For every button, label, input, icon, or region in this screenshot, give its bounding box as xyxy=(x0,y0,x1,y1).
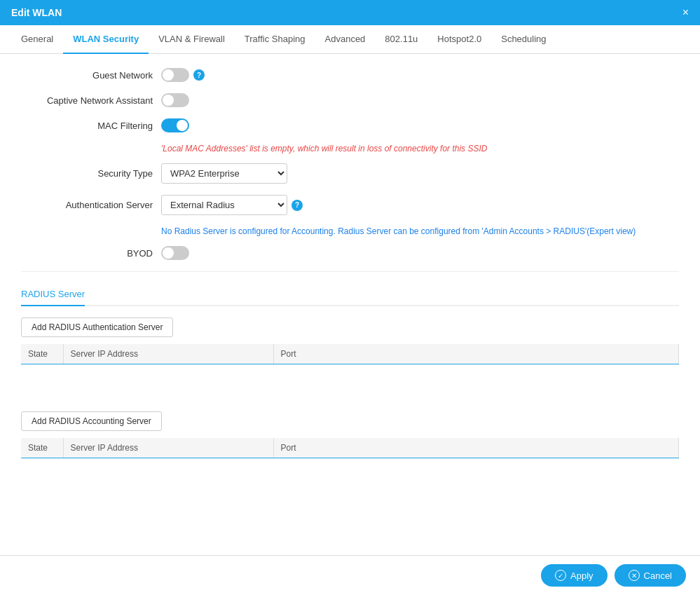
tab-bar: General WLAN Security VLAN & Firewall Tr… xyxy=(0,25,700,54)
mac-filtering-toggle[interactable] xyxy=(161,118,189,132)
guest-network-label: Guest Network xyxy=(21,70,161,81)
acct-table-state-header: State xyxy=(21,438,63,458)
captive-network-toggle[interactable] xyxy=(161,93,189,107)
add-acct-server-button[interactable]: Add RADIUS Accounting Server xyxy=(21,411,162,431)
close-button[interactable]: × xyxy=(682,7,689,18)
auth-table-state-header: State xyxy=(21,344,63,364)
tab-vlan-firewall[interactable]: VLAN & Firewall xyxy=(149,25,235,54)
radius-server-tab[interactable]: RADIUS Server xyxy=(21,283,85,306)
security-type-row: Security Type WPA2 Enterprise WPA2 Perso… xyxy=(21,163,679,184)
byod-label: BYOD xyxy=(21,248,161,259)
auth-server-select[interactable]: External Radius Internal Radius xyxy=(161,195,287,215)
auth-table-ip-header: Server IP Address xyxy=(63,344,273,364)
modal-title: Edit WLAN xyxy=(11,7,62,18)
tab-wlan-security[interactable]: WLAN Security xyxy=(63,25,149,54)
modal-footer: ✓ Apply ✕ Cancel xyxy=(0,555,700,595)
acct-server-table-area: State Server IP Address Port xyxy=(21,438,679,494)
cancel-button[interactable]: ✕ Cancel xyxy=(615,564,686,587)
byod-toggle[interactable] xyxy=(161,246,189,260)
auth-server-label: Authentication Server xyxy=(21,200,161,210)
radius-info-text: No Radius Server is configured for Accou… xyxy=(161,226,679,236)
modal-body: Guest Network ? Captive Network Assistan… xyxy=(0,54,700,555)
tab-hotspot2[interactable]: Hotspot2.0 xyxy=(427,25,491,54)
auth-server-help-icon[interactable]: ? xyxy=(291,200,303,211)
auth-server-table-area: State Server IP Address Port xyxy=(21,344,679,400)
mac-filtering-label: MAC Filtering xyxy=(21,121,161,131)
security-type-select[interactable]: WPA2 Enterprise WPA2 Personal Open WPA3 … xyxy=(161,163,287,184)
divider xyxy=(21,271,679,272)
apply-label: Apply xyxy=(570,570,593,581)
tab-traffic-shaping[interactable]: Traffic Shaping xyxy=(235,25,315,54)
guest-network-row: Guest Network ? xyxy=(21,68,679,82)
edit-wlan-modal: Edit WLAN × General WLAN Security VLAN &… xyxy=(0,0,700,595)
acct-table-port-header: Port xyxy=(273,438,679,458)
mac-filtering-row: MAC Filtering xyxy=(21,118,679,132)
mac-warning-text: 'Local MAC Addresses' list is empty, whi… xyxy=(161,144,679,153)
byod-row: BYOD xyxy=(21,246,679,260)
guest-network-toggle[interactable] xyxy=(161,68,189,82)
security-type-label: Security Type xyxy=(21,168,161,179)
auth-server-row: Authentication Server External Radius In… xyxy=(21,195,679,215)
modal-header: Edit WLAN × xyxy=(0,0,700,25)
captive-network-label: Captive Network Assistant xyxy=(21,95,161,106)
cancel-x-icon: ✕ xyxy=(629,570,640,581)
radius-section-tabs: RADIUS Server xyxy=(21,283,679,306)
tab-scheduling[interactable]: Scheduling xyxy=(491,25,556,54)
tab-advanced[interactable]: Advanced xyxy=(315,25,376,54)
guest-network-help-icon[interactable]: ? xyxy=(193,69,205,81)
auth-table-port-header: Port xyxy=(273,344,679,364)
tab-general[interactable]: General xyxy=(11,25,63,54)
apply-check-icon: ✓ xyxy=(555,570,566,581)
add-auth-server-button[interactable]: Add RADIUS Authentication Server xyxy=(21,317,173,337)
acct-table-ip-header: Server IP Address xyxy=(63,438,273,458)
cancel-label: Cancel xyxy=(644,570,672,581)
tab-80211u[interactable]: 802.11u xyxy=(375,25,427,54)
captive-network-row: Captive Network Assistant xyxy=(21,93,679,107)
apply-button[interactable]: ✓ Apply xyxy=(541,564,608,587)
acct-server-table: State Server IP Address Port xyxy=(21,438,679,458)
auth-server-table: State Server IP Address Port xyxy=(21,344,679,364)
